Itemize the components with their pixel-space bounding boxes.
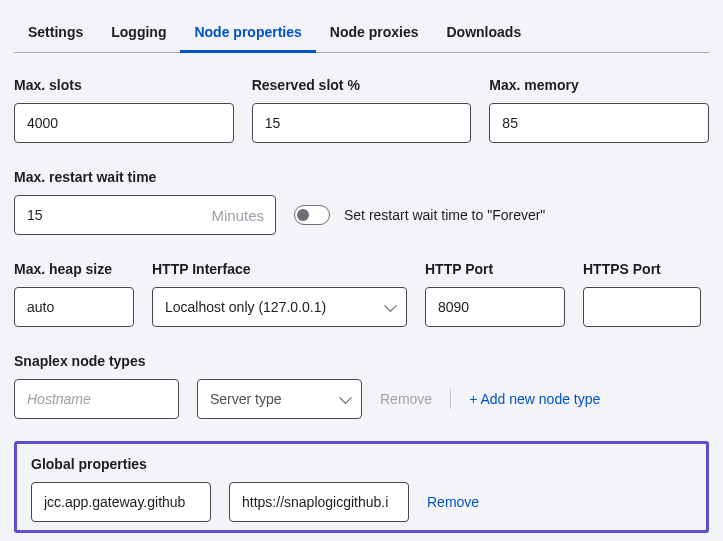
divider xyxy=(450,389,451,409)
max-slots-label: Max. slots xyxy=(14,77,234,93)
https-port-input[interactable] xyxy=(583,287,701,327)
http-interface-select[interactable]: Localhost only (127.0.0.1) xyxy=(152,287,407,327)
http-interface-label: HTTP Interface xyxy=(152,261,407,277)
tab-settings[interactable]: Settings xyxy=(14,14,97,52)
global-prop-remove-link[interactable]: Remove xyxy=(427,494,479,510)
tabs-bar: Settings Logging Node properties Node pr… xyxy=(14,14,709,53)
snaplex-section: Snaplex node types Server type Remove + … xyxy=(14,353,709,419)
add-node-type-link[interactable]: + Add new node type xyxy=(469,391,600,407)
tab-downloads[interactable]: Downloads xyxy=(433,14,536,52)
max-memory-input[interactable] xyxy=(489,103,709,143)
https-port-label: HTTPS Port xyxy=(583,261,701,277)
http-port-label: HTTP Port xyxy=(425,261,565,277)
form-row-2: Max. restart wait time Minutes Set resta… xyxy=(14,169,709,235)
restart-wait-label: Max. restart wait time xyxy=(14,169,276,185)
snaplex-remove-disabled: Remove xyxy=(380,391,432,407)
form-row-3: Max. heap size HTTP Interface Localhost … xyxy=(14,261,709,327)
snaplex-label: Snaplex node types xyxy=(14,353,709,369)
tab-node-properties[interactable]: Node properties xyxy=(180,14,315,52)
form-row-1: Max. slots Reserved slot % Max. memory xyxy=(14,77,709,143)
restart-wait-input[interactable] xyxy=(14,195,276,235)
http-port-input[interactable] xyxy=(425,287,565,327)
snaplex-server-type-select[interactable]: Server type xyxy=(197,379,362,419)
reserved-slot-label: Reserved slot % xyxy=(252,77,472,93)
max-memory-label: Max. memory xyxy=(489,77,709,93)
global-prop-value-input[interactable] xyxy=(229,482,409,522)
restart-forever-label: Set restart wait time to "Forever" xyxy=(344,207,545,223)
global-properties-section: Global properties Remove xyxy=(14,441,709,533)
max-heap-input[interactable] xyxy=(14,287,134,327)
max-heap-label: Max. heap size xyxy=(14,261,134,277)
snaplex-hostname-input[interactable] xyxy=(14,379,179,419)
global-prop-key-input[interactable] xyxy=(31,482,211,522)
tab-logging[interactable]: Logging xyxy=(97,14,180,52)
reserved-slot-input[interactable] xyxy=(252,103,472,143)
tab-node-proxies[interactable]: Node proxies xyxy=(316,14,433,52)
global-properties-label: Global properties xyxy=(31,456,692,472)
restart-forever-toggle[interactable] xyxy=(294,205,330,225)
max-slots-input[interactable] xyxy=(14,103,234,143)
